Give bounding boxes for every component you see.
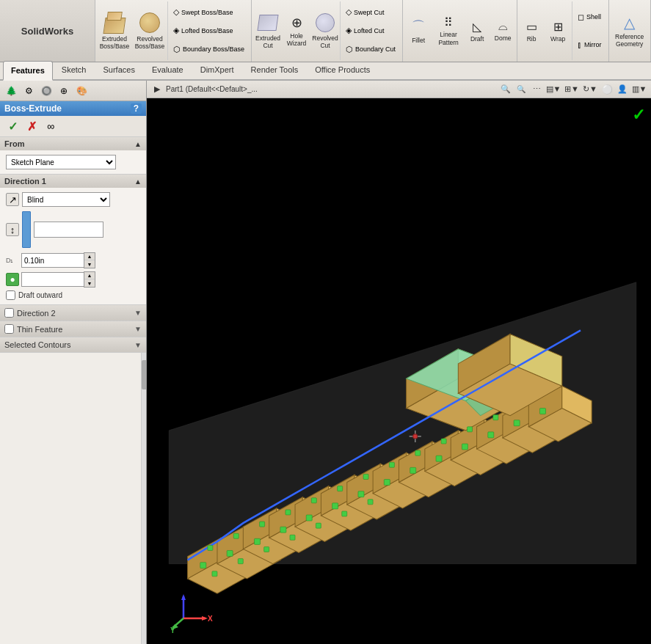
view-select-filter[interactable]: ⋯: [529, 83, 544, 96]
panel-header: Boss-Extrude ?: [0, 101, 146, 116]
tab-surfaces[interactable]: Surfaces: [95, 60, 143, 79]
extruded-boss-icon: [103, 12, 126, 34]
view-zoom-out[interactable]: 🔍: [514, 83, 528, 96]
wrap-btn[interactable]: ⊞ Wrap: [545, 1, 571, 60]
svg-rect-60: [436, 455, 442, 461]
swept-cut-icon: ◇: [346, 7, 352, 17]
from-dropdown[interactable]: Sketch Plane Surface/Face/Plane Vertex O…: [6, 155, 116, 169]
dir1-green-spin-down[interactable]: ▼: [84, 279, 95, 287]
rib-btn[interactable]: ▭ Rib: [519, 1, 544, 60]
confirm-viewport-icon[interactable]: ✓: [632, 106, 645, 125]
shell-icon: ◻: [578, 12, 584, 22]
svg-text:Y: Y: [170, 626, 175, 633]
mirror-btn[interactable]: ⫿ Mirror: [575, 39, 605, 51]
direction2-header[interactable]: Direction 2 ▼: [0, 305, 146, 321]
thin-feature-header[interactable]: Thin Feature ▼: [0, 321, 146, 337]
panel-help-icon[interactable]: ?: [131, 103, 142, 114]
lofted-cut-btn[interactable]: ◈ Lofted Cut: [343, 24, 399, 37]
draft-icon: ◺: [473, 20, 481, 34]
dir1-white-box: [34, 222, 103, 238]
svg-rect-76: [493, 415, 498, 420]
dir1-distance-input[interactable]: [21, 253, 84, 268]
svg-rect-61: [462, 444, 468, 450]
lofted-boss-btn[interactable]: ◈ Lofted Boss/Base: [170, 24, 247, 37]
dir1-arrow-icon[interactable]: ↗: [6, 193, 19, 206]
panel-title: Boss-Extrude: [4, 103, 62, 114]
fillet-btn[interactable]: ⌒ Fillet: [404, 1, 432, 60]
svg-rect-69: [311, 498, 316, 503]
direction1-section: Direction 1 ▲ ↗ Blind Through All Up To …: [0, 175, 146, 305]
swept-cut-btn[interactable]: ◇ Swept Cut: [343, 6, 399, 18]
thin-feature-checkbox[interactable]: [4, 324, 14, 334]
from-section-header[interactable]: From ▲: [0, 137, 146, 150]
tab-features[interactable]: Features: [3, 61, 53, 81]
tab-office-products[interactable]: Office Products: [307, 60, 378, 79]
scroll-handle[interactable]: [0, 353, 147, 644]
svg-rect-63: [514, 420, 520, 426]
boundary-cut-btn[interactable]: ⬡ Boundary Cut: [343, 43, 399, 56]
direction1-header[interactable]: Direction 1 ▲: [0, 175, 146, 188]
dir1-green-input-wrap: ▲ ▼: [21, 271, 95, 288]
shell-btn[interactable]: ◻ Shell: [575, 11, 605, 23]
svg-text:X: X: [208, 615, 213, 623]
view-zoom-in[interactable]: 🔍: [498, 83, 513, 96]
dir1-green-spin-up[interactable]: ▲: [84, 272, 95, 279]
swept-boss-btn[interactable]: ◇ Swept Boss/Base: [170, 6, 247, 18]
confirm-btn[interactable]: ✓: [4, 118, 21, 134]
ft-icon-add[interactable]: ⊕: [56, 83, 72, 99]
draft-btn[interactable]: ◺ Draft: [465, 1, 490, 60]
view-more[interactable]: ▥▼: [630, 83, 648, 96]
link-btn[interactable]: ∞: [43, 118, 59, 134]
hole-wizard-btn[interactable]: ⊕ HoleWizard: [283, 1, 310, 60]
dir2-checkbox[interactable]: [4, 308, 14, 318]
tab-evaluate[interactable]: Evaluate: [144, 60, 192, 79]
model-tree-icon[interactable]: ▶: [150, 83, 164, 96]
dir1-type-dropdown[interactable]: Blind Through All Up To Next Up To Verte…: [22, 192, 110, 207]
dir1-spin-down[interactable]: ▼: [84, 260, 95, 268]
dir1-green-input[interactable]: [21, 272, 84, 287]
revolved-boss-btn[interactable]: RevolvedBoss/Base: [132, 1, 167, 60]
ft-icon-filter[interactable]: 🔘: [38, 83, 54, 99]
svg-rect-54: [280, 527, 286, 533]
view-person[interactable]: 👤: [615, 83, 630, 96]
svg-rect-66: [233, 533, 239, 538]
tab-dimxpert[interactable]: DimXpert: [192, 60, 242, 79]
selected-contours-header[interactable]: Selected Contours ▼: [0, 337, 146, 352]
dir1-arrow2-icon[interactable]: ↕: [6, 223, 19, 236]
viewport[interactable]: X Y ✓: [147, 98, 651, 644]
view-circle[interactable]: ⚪: [600, 83, 614, 96]
boundary-cut-icon: ⬡: [346, 45, 353, 54]
tab-sketch[interactable]: Sketch: [54, 60, 95, 79]
svg-rect-62: [488, 432, 494, 438]
draft-outward-checkbox[interactable]: [6, 290, 15, 300]
linear-pattern-btn[interactable]: ⠿ LinearPattern: [433, 1, 464, 60]
svg-rect-79: [264, 546, 269, 552]
ft-icon-settings[interactable]: ⚙: [21, 83, 37, 99]
action-buttons-row: ✓ ✗ ∞: [0, 116, 146, 137]
view-display-mode[interactable]: ▤▼: [545, 83, 562, 96]
cancel-btn[interactable]: ✗: [23, 118, 40, 134]
extruded-boss-btn[interactable]: ExtrudedBoss/Base: [97, 1, 132, 60]
ft-icon-tree[interactable]: 🌲: [3, 83, 19, 99]
toolbar-group-ref-geom: △ ReferenceGeometry: [609, 0, 651, 62]
dir1-distance-row: D₁ ▲ ▼: [6, 252, 140, 268]
extruded-cut-btn[interactable]: ExtrudedCut: [253, 1, 283, 60]
dome-btn[interactable]: ⌓ Dome: [490, 1, 515, 60]
boundary-boss-btn[interactable]: ⬡ Boundary Boss/Base: [170, 43, 247, 56]
ft-icon-display[interactable]: 🎨: [73, 83, 90, 99]
view-rotate[interactable]: ↻▼: [581, 83, 599, 96]
svg-rect-83: [368, 500, 373, 505]
feature-tree-bar: 🌲 ⚙ 🔘 ⊕ 🎨: [0, 81, 146, 101]
view-orient[interactable]: ⊞▼: [563, 83, 581, 96]
dir1-green-icon[interactable]: ●: [6, 273, 19, 286]
tab-render-tools[interactable]: Render Tools: [243, 60, 307, 79]
svg-rect-59: [410, 467, 416, 473]
dir1-spin-up[interactable]: ▲: [84, 253, 95, 260]
scroll-handle-bar[interactable]: [141, 353, 147, 644]
svg-rect-70: [338, 486, 343, 491]
reference-geometry-btn[interactable]: △ ReferenceGeometry: [611, 1, 649, 60]
svg-rect-74: [441, 439, 446, 444]
revolved-cut-btn[interactable]: RevolvedCut: [310, 1, 340, 60]
axis-indicator: X Y: [169, 585, 217, 633]
dir1-distance-input-wrap: ▲ ▼: [21, 252, 95, 268]
